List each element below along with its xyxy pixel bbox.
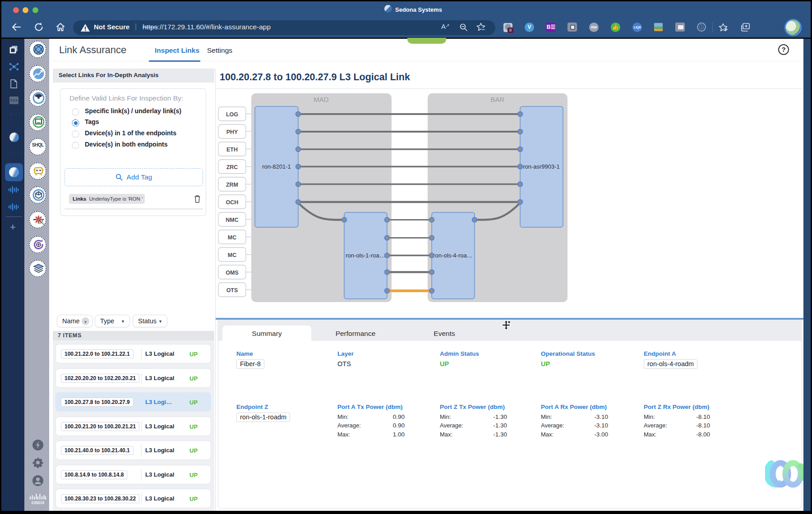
svg-text:ron-ols-4-roa…: ron-ols-4-roa… bbox=[433, 252, 472, 259]
svg-text:ron-8201-1: ron-8201-1 bbox=[262, 163, 291, 170]
svg-text:PHY: PHY bbox=[226, 129, 238, 135]
svg-text:ETH: ETH bbox=[226, 147, 238, 153]
svg-text:BAR: BAR bbox=[491, 96, 505, 103]
svg-text:OCH: OCH bbox=[226, 199, 239, 206]
svg-text:MC: MC bbox=[228, 234, 236, 241]
svg-text:ron-ols-1-roa…: ron-ols-1-roa… bbox=[346, 252, 385, 259]
svg-text:NMC: NMC bbox=[226, 217, 238, 223]
svg-text:CISCO: CISCO bbox=[32, 500, 45, 505]
svg-text:MC: MC bbox=[228, 252, 236, 258]
svg-text:ron-asr9903-1: ron-asr9903-1 bbox=[523, 163, 560, 170]
svg-text:MAD: MAD bbox=[314, 96, 329, 103]
svg-text:ZRC: ZRC bbox=[226, 164, 238, 170]
svg-text:LOG: LOG bbox=[226, 111, 238, 118]
svg-text:ZRM: ZRM bbox=[226, 182, 238, 188]
svg-text:OMS: OMS bbox=[226, 270, 238, 276]
svg-text:OTS: OTS bbox=[226, 287, 238, 294]
